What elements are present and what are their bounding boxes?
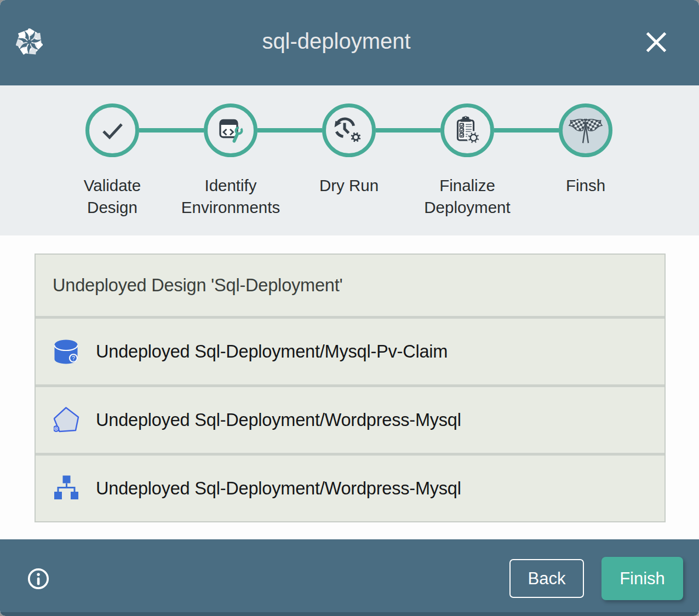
svg-text:?: ?: [72, 355, 75, 361]
